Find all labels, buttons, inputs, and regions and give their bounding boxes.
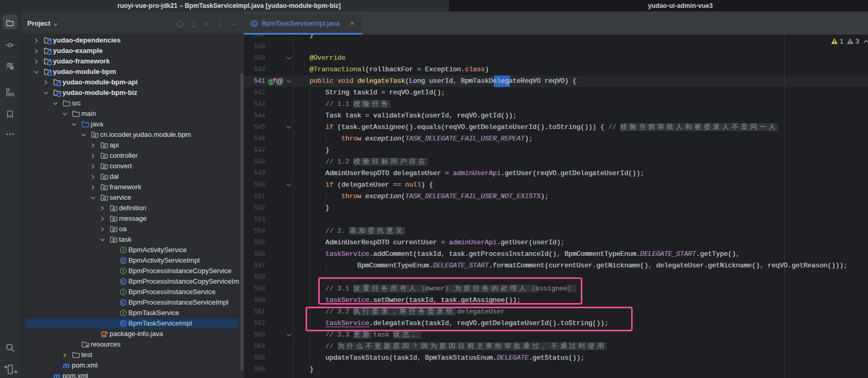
svg-text:C: C	[122, 279, 125, 284]
svg-text:C: C	[122, 321, 125, 326]
svg-text:m: m	[53, 372, 60, 378]
svg-text:I: I	[123, 289, 124, 295]
svg-text:m: m	[63, 361, 70, 370]
svg-text:I: I	[123, 310, 124, 316]
svg-text:C: C	[122, 300, 125, 305]
svg-text:?: ?	[11, 66, 13, 70]
svg-text:C: C	[253, 21, 256, 26]
svg-text:I: I	[123, 247, 124, 253]
svg-text:C: C	[122, 258, 125, 263]
svg-text:I: I	[123, 268, 124, 274]
